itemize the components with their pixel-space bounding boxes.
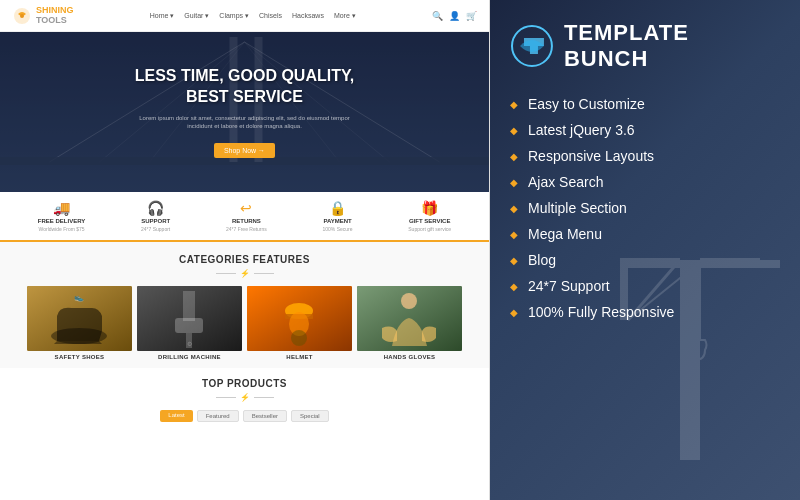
category-gloves[interactable]: HANDS GLOVES [357,286,462,360]
brand-header: TEMPLATE BUNCH [510,20,780,72]
diamond-icon-5: ◆ [510,203,518,214]
right-panel: TEMPLATE BUNCH ◆ Easy to Customize ◆ Lat… [490,0,800,500]
diamond-icon-2: ◆ [510,125,518,136]
category-helmet[interactable]: HELMET [247,286,352,360]
diamond-icon-1: ◆ [510,99,518,110]
right-content: TEMPLATE BUNCH ◆ Easy to Customize ◆ Lat… [490,0,800,340]
gloves-svg [357,286,462,351]
feature-mega-menu: ◆ Mega Menu [510,226,780,242]
feature-payment: 🔒 PAYMENT 100% Secure [323,200,353,232]
diamond-icon-9: ◆ [510,307,518,318]
section-divider: ⚡ [10,269,479,278]
category-shoes-image: 👟 [27,286,132,351]
feature-easy-customize: ◆ Easy to Customize [510,96,780,112]
category-helmet-image [247,286,352,351]
feature-support: 🎧 SUPPORT 24*7 Support [141,200,170,232]
products-divider-left [216,397,236,398]
products-divider-bolt: ⚡ [240,393,250,402]
tab-featured[interactable]: Featured [197,410,239,422]
site-logo: SHINING TOOLS [12,6,74,26]
diamond-icon-3: ◆ [510,151,518,162]
gift-icon: 🎁 [421,200,438,216]
diamond-icon-7: ◆ [510,255,518,266]
brand-name: TEMPLATE BUNCH [564,20,780,72]
diamond-icon-4: ◆ [510,177,518,188]
support-icon: 🎧 [147,200,164,216]
svg-point-31 [401,293,417,309]
feature-jquery: ◆ Latest jQuery 3.6 [510,122,780,138]
tab-special[interactable]: Special [291,410,329,422]
feature-responsive: ◆ Responsive Layouts [510,148,780,164]
search-icon[interactable]: 🔍 [432,11,443,21]
tab-bestseller[interactable]: Bestseller [243,410,287,422]
category-gloves-image [357,286,462,351]
divider-right [254,273,274,274]
drilling-svg: ⚙ [137,286,242,351]
shop-now-button[interactable]: Shop Now → [214,143,275,158]
hero-content: LESS TIME, GOOD QUALITY, BEST SERVICE Lo… [135,66,355,157]
tab-latest[interactable]: Latest [160,410,192,422]
products-divider: ⚡ [10,393,479,402]
products-tabs: Latest Featured Bestseller Special [10,410,479,422]
top-products-title: TOP PRODUCTS [10,378,479,389]
nav-more[interactable]: More ▾ [334,12,356,20]
feature-ajax: ◆ Ajax Search [510,174,780,190]
category-shoes[interactable]: 👟 SAFETY SHOES [27,286,132,360]
svg-text:👟: 👟 [74,292,84,302]
category-gloves-label: HANDS GLOVES [357,354,462,360]
hero-section: LESS TIME, GOOD QUALITY, BEST SERVICE Lo… [0,32,489,192]
feature-gift: 🎁 GIFT SERVICE Support gift service [408,200,451,232]
products-divider-right [254,397,274,398]
shoes-svg: 👟 [27,286,132,351]
category-drilling-label: DRILLING MACHINE [137,354,242,360]
feature-multiple-section: ◆ Multiple Section [510,200,780,216]
category-drilling-image: ⚙ [137,286,242,351]
feature-blog: ◆ Blog [510,252,780,268]
templatebunch-logo [510,24,554,68]
hero-subtitle: Lorem ipsum dolor sit amet, consectetur … [135,114,355,131]
feature-bar: 🚚 FREE DELIVERY Worldwide From $75 🎧 SUP… [0,192,489,242]
account-icon[interactable]: 👤 [449,11,460,21]
main-nav: Home ▾ Guitar ▾ Clamps ▾ Chisels Hacksaw… [150,12,356,20]
cart-icon[interactable]: 🛒 [466,11,477,21]
payment-icon: 🔒 [329,200,346,216]
divider-left [216,273,236,274]
svg-rect-19 [183,291,195,321]
feature-fully-responsive: ◆ 100% Fully Responsive [510,304,780,320]
svg-point-1 [20,14,24,18]
category-shoes-label: SAFETY SHOES [27,354,132,360]
features-list: ◆ Easy to Customize ◆ Latest jQuery 3.6 … [510,96,780,320]
returns-icon: ↩ [240,200,252,216]
top-products-section: TOP PRODUCTS ⚡ Latest Featured Bestselle… [0,368,489,430]
nav-hacksaws[interactable]: Hacksaws [292,12,324,19]
diamond-icon-8: ◆ [510,281,518,292]
nav-home[interactable]: Home ▾ [150,12,175,20]
feature-delivery: 🚚 FREE DELIVERY Worldwide From $75 [38,200,85,232]
divider-bolt-icon: ⚡ [240,269,250,278]
svg-text:⚙: ⚙ [187,341,192,347]
category-helmet-label: HELMET [247,354,352,360]
nav-chisels[interactable]: Chisels [259,12,282,19]
logo-icon [12,6,32,26]
hero-title: LESS TIME, GOOD QUALITY, BEST SERVICE [135,66,355,108]
logo-text: SHINING TOOLS [36,6,74,26]
categories-title: CATEGORIES FEATURES [10,254,479,265]
svg-point-28 [291,330,307,346]
svg-rect-20 [175,318,203,333]
helmet-svg [247,286,352,351]
feature-247-support: ◆ 24*7 Support [510,278,780,294]
diamond-icon-6: ◆ [510,229,518,240]
categories-grid: 👟 SAFETY SHOES [10,286,479,360]
nav-guitar[interactable]: Guitar ▾ [184,12,209,20]
website-preview: SHINING TOOLS Home ▾ Guitar ▾ Clamps ▾ C… [0,0,490,500]
header-icons: 🔍 👤 🛒 [432,11,477,21]
site-header: SHINING TOOLS Home ▾ Guitar ▾ Clamps ▾ C… [0,0,489,32]
categories-section: CATEGORIES FEATURES ⚡ [0,242,489,368]
delivery-icon: 🚚 [53,200,70,216]
nav-clamps[interactable]: Clamps ▾ [219,12,249,20]
category-drilling[interactable]: ⚙ DRILLING MACHINE [137,286,242,360]
feature-returns: ↩ RETURNS 24*7 Free Returns [226,200,267,232]
